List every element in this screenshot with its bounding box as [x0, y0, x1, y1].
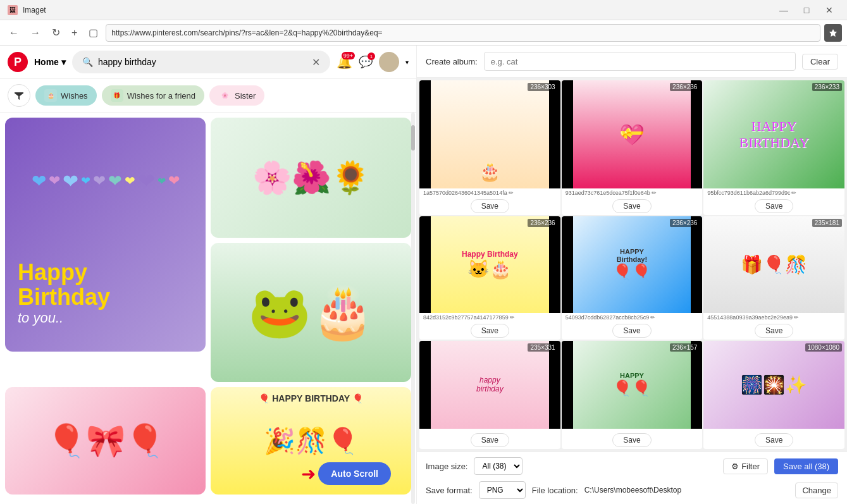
black-bar-left-2	[562, 80, 573, 188]
save-button-4[interactable]: Save	[471, 324, 509, 338]
app-title: Imaget	[23, 6, 46, 15]
forward-button[interactable]: →	[27, 25, 44, 41]
save-all-button[interactable]: Save all (38)	[774, 458, 838, 474]
image-hash-9	[703, 429, 844, 431]
image-1[interactable]: 🎂 236×303	[419, 80, 560, 188]
image-size-select[interactable]: All (38)	[474, 457, 522, 475]
save-format-label: Save format:	[426, 486, 473, 495]
edit-icon-1[interactable]: ✏	[509, 190, 514, 196]
image-3[interactable]: 236×233 HAPPYBIRTHDAY	[703, 80, 844, 188]
image-dim-2: 236×236	[670, 83, 700, 91]
pin-card-1[interactable]: ❤ ❤ ❤ ❤ ❤ ❤ ❤ ❤ ❤ ❤ HappyBirthday to you…	[5, 118, 206, 352]
image-cell-7: happybirthday 235×331 Save	[419, 341, 560, 449]
save-button-7[interactable]: Save	[471, 433, 509, 447]
clear-button[interactable]: Clear	[802, 54, 838, 70]
save-button-3[interactable]: Save	[755, 199, 793, 213]
save-button-6[interactable]: Save	[755, 324, 793, 338]
scrollbar-thumb[interactable]	[411, 125, 415, 151]
save-button-9[interactable]: Save	[755, 433, 793, 447]
save-button-2[interactable]: Save	[612, 199, 651, 213]
edit-icon-4[interactable]: ✏	[510, 314, 515, 321]
maximize-button[interactable]: □	[796, 4, 817, 16]
app-icon: 🖼	[8, 5, 18, 15]
chip-wishes-thumbnail: 🎂	[44, 89, 57, 102]
image-hash-7	[419, 429, 560, 431]
edit-icon-3[interactable]: ✏	[791, 190, 796, 196]
image-dim-5: 236×236	[670, 219, 700, 227]
pin-card-3[interactable]: 🐸🎂	[211, 243, 411, 382]
bottom-row2: Save format: PNG JPG WEBP File location:…	[426, 481, 838, 499]
image-dim-3: 236×233	[812, 83, 842, 91]
chip-sister[interactable]: 🌸 Sister	[209, 85, 264, 106]
image-dim-7: 235×331	[528, 343, 557, 352]
avatar[interactable]	[379, 52, 399, 72]
pin-card-4[interactable]: 🎈🎀🎈	[5, 387, 206, 495]
notifications-button[interactable]: 🔔 99+	[337, 54, 352, 70]
image-cell-5: HAPPYBirthday! 🎈🎈 236×236 54093d7cddb628…	[562, 216, 703, 339]
back-button[interactable]: ←	[5, 25, 23, 41]
image-hash-6: 45514388a0939a39aebc2e29ea9 ✏	[703, 313, 844, 322]
profile-dropdown-icon[interactable]: ▾	[405, 59, 409, 66]
close-button[interactable]: ✕	[819, 4, 839, 16]
image-cell-3: 236×233 HAPPYBIRTHDAY 95bfcc793d611b6ab2…	[703, 80, 844, 215]
main-container: P Home ▾ 🔍 ✕ 🔔 99+ 💬 1 ▾	[0, 46, 847, 504]
image-9[interactable]: 1080×1080 🎆🎇✨	[703, 341, 844, 429]
format-select[interactable]: PNG JPG WEBP	[479, 481, 526, 499]
image-6[interactable]: 235×181 🎁🎈🎊	[703, 216, 844, 312]
album-input[interactable]	[484, 52, 796, 71]
save-button-1[interactable]: Save	[471, 199, 509, 213]
image-4[interactable]: Happy Birthday 🐱🎂 236×236	[419, 216, 560, 312]
imaget-panel: Create album: Clear 🎂 236×303	[417, 46, 847, 504]
home-button[interactable]: ▢	[85, 24, 102, 41]
messages-button[interactable]: 💬 1	[359, 55, 373, 69]
save-button-5[interactable]: Save	[612, 324, 651, 338]
scroll-arrow-icon: ➜	[301, 464, 316, 484]
image-2[interactable]: 💝 236×236	[562, 80, 703, 188]
image-hash-4: 842d3152c9b27757a4147177859 ✏	[419, 313, 560, 322]
clear-search-icon[interactable]: ✕	[312, 56, 320, 68]
filter-button[interactable]: ⚙ Filter	[723, 458, 768, 474]
image-7[interactable]: happybirthday 235×331	[419, 341, 560, 429]
search-icon: 🔍	[82, 57, 93, 67]
address-bar[interactable]	[106, 24, 820, 42]
filter-icon-button[interactable]	[8, 84, 30, 107]
filter-icon: ⚙	[731, 462, 739, 471]
image-cell-8: HAPPY 🎈🎈 236×157 Save	[562, 341, 703, 449]
image-dim-1: 236×303	[528, 83, 557, 91]
image-dim-8: 236×157	[670, 343, 700, 352]
image-cell-9: 1080×1080 🎆🎇✨ Save	[703, 341, 844, 449]
edit-icon-5[interactable]: ✏	[650, 314, 655, 321]
auto-scroll-button[interactable]: Auto Scroll	[318, 462, 391, 485]
chip-wishes[interactable]: 🎂 Wishes	[35, 85, 97, 106]
black-bar-left-7	[419, 341, 431, 429]
save-button-8[interactable]: Save	[612, 433, 651, 447]
image-cell-2: 💝 236×236 931aed73c761e5dcea75f1f0e64b ✏…	[562, 80, 703, 215]
change-button[interactable]: Change	[795, 482, 838, 498]
chip-wishes-for-friend[interactable]: 🎁 Wishes for a friend	[102, 85, 204, 106]
auto-scroll-area: ➜ Auto Scroll	[301, 462, 391, 485]
home-dropdown[interactable]: Home ▾	[34, 57, 66, 67]
edit-icon-6[interactable]: ✏	[794, 314, 799, 321]
chevron-down-icon: ▾	[61, 57, 66, 67]
new-tab-button[interactable]: +	[68, 25, 81, 41]
messages-badge: 1	[368, 52, 375, 60]
chip-sister-thumbnail: 🌸	[218, 89, 231, 102]
image-hash-8	[562, 429, 703, 431]
search-input[interactable]	[98, 57, 307, 67]
create-album-label: Create album:	[426, 57, 478, 66]
bottom-row1: Image size: All (38) ⚙ Filter Save all (…	[426, 457, 838, 475]
black-bar-right-8	[691, 341, 702, 429]
edit-icon-2[interactable]: ✏	[652, 190, 657, 196]
scrollbar[interactable]	[411, 113, 415, 504]
image-5[interactable]: HAPPYBirthday! 🎈🎈 236×236	[562, 216, 703, 312]
extension-icon[interactable]	[824, 24, 842, 42]
pin-card-2[interactable]: 🌸🌺🌻	[211, 118, 411, 238]
image-8[interactable]: HAPPY 🎈🎈 236×157	[562, 341, 703, 429]
refresh-button[interactable]: ↻	[48, 24, 64, 41]
image-hash-3: 95bfcc793d611b6ab2a6d799d9c ✏	[703, 188, 844, 197]
image-cell-4: Happy Birthday 🐱🎂 236×236 842d3152c9b277…	[419, 216, 560, 339]
filter-row: 🎂 Wishes 🎁 Wishes for a friend 🌸 Sister	[0, 79, 416, 113]
image-grid: 🎂 236×303 1a57570d026436041345a5014fa ✏ …	[417, 78, 847, 452]
minimize-button[interactable]: —	[774, 4, 794, 16]
titlebar-left: 🖼 Imaget	[8, 5, 46, 15]
